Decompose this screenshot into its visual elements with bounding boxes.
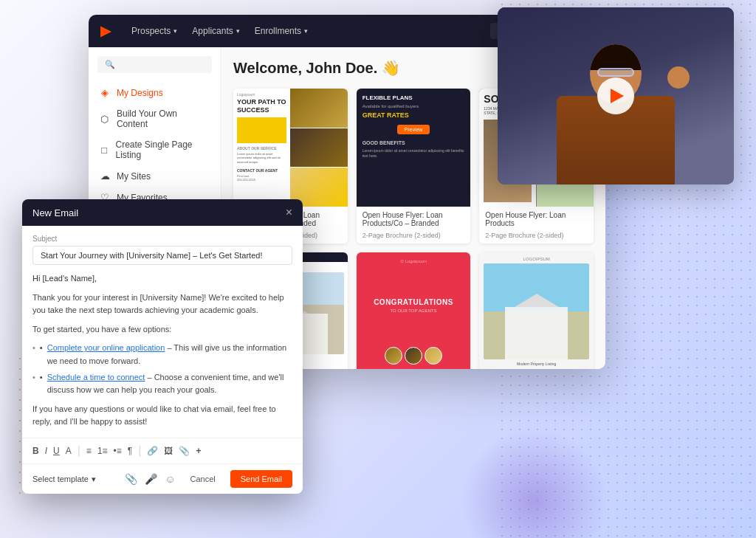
video-panel xyxy=(498,7,734,184)
email-list: • Complete your online application – Thi… xyxy=(32,342,292,396)
tmpl-logo-1: Logoipsum xyxy=(237,92,286,97)
toolbar-italic[interactable]: I xyxy=(45,446,47,456)
sidebar-my-designs-label: My Designs xyxy=(117,88,163,98)
sites-icon: ☁ xyxy=(99,170,111,182)
modern-house-roof xyxy=(515,294,559,307)
toolbar-underline[interactable]: U xyxy=(53,446,60,456)
person-1-circle xyxy=(385,347,402,365)
sidebar-search[interactable]: 🔍 xyxy=(97,56,212,73)
collage-item-2 xyxy=(290,128,347,168)
tmpl-house-text: Modern Property Listing xyxy=(484,362,589,366)
tmpl-great-rates: GREAT RATES xyxy=(362,111,465,119)
email-subject-input[interactable] xyxy=(32,246,292,265)
tmpl-congrats-logo: ⊙ Logoipsum xyxy=(400,258,427,263)
search-icon: 🔍 xyxy=(105,60,115,69)
preview-button[interactable]: Preview xyxy=(397,125,430,134)
tmpl-path-title: YOUR PATH TO SUCCESS xyxy=(237,98,286,114)
chevron-down-icon: ▾ xyxy=(92,475,96,484)
email-toolbar: B I U A | ≡ 1≡ •≡ ¶ | 🔗 🖼 📎 + xyxy=(22,438,303,463)
modern-house-body xyxy=(505,307,568,360)
toolbar-bold[interactable]: B xyxy=(32,446,39,456)
email-para-1: Thank you for your interest in [Universi… xyxy=(32,292,292,317)
play-icon xyxy=(611,89,624,103)
person-3-circle xyxy=(425,347,442,365)
toolbar-color[interactable]: A xyxy=(66,446,72,456)
tmpl-congrats-people xyxy=(385,347,442,365)
sidebar-item-my-designs[interactable]: ◈ My Designs xyxy=(89,82,221,103)
template-card-flexible-plans[interactable]: FLEXIBLE PLANS Available for qualified b… xyxy=(357,89,471,244)
email-para-2: To get started, you have a few options: xyxy=(32,323,292,337)
email-modal-title: New Email xyxy=(32,207,78,218)
sidebar-sites-label: My Sites xyxy=(117,171,151,182)
attachment-icon[interactable]: 📎 xyxy=(125,473,137,485)
email-content: Hi [Lead's Name], Thank you for your int… xyxy=(32,272,292,429)
designs-icon: ◈ xyxy=(99,87,111,98)
email-sign: If you have any questions or would like … xyxy=(32,403,292,429)
template-thumb-6: LOGOIPSUM Modern Property Listing xyxy=(479,252,594,369)
email-modal-body: Subject Hi [Lead's Name], Thank you for … xyxy=(22,226,303,438)
template-thumb-2: FLEXIBLE PLANS Available for qualified b… xyxy=(357,89,471,207)
person-hand xyxy=(667,66,690,89)
tmpl-yellow-block xyxy=(237,117,286,143)
template-thumb-5: ⊙ Logoipsum CONGRATULATIONS TO OUR TOP A… xyxy=(357,252,471,369)
toolbar-sep-1: | xyxy=(78,444,80,458)
mic-icon[interactable]: 🎤 xyxy=(145,473,157,485)
template-label-2: Open House Flyer: Loan Products/Co – Bra… xyxy=(357,207,471,232)
email-subject-label: Subject xyxy=(32,235,292,243)
play-button[interactable] xyxy=(597,77,634,114)
toolbar-attachment[interactable]: 📎 xyxy=(179,446,190,456)
tmpl-good-benefits: GOOD BENEFITS xyxy=(362,140,465,145)
tmpl-flexible-sub: Available for qualified buyers xyxy=(362,104,465,108)
person-hair xyxy=(590,44,642,70)
email-greeting: Hi [Lead's Name], xyxy=(32,272,292,286)
send-email-button[interactable]: Send Email xyxy=(230,470,292,488)
tmpl-congrats-title: CONGRATULATIONS xyxy=(374,297,453,307)
nav-prospects[interactable]: Prospects ▾ xyxy=(131,26,177,36)
email-list-item-2: • Schedule a time to connect – Choose a … xyxy=(32,371,292,397)
template-sub-3: 2-Page Brochure (2-sided) xyxy=(479,232,594,244)
tmpl-contact-body: First Last555-555-5555 xyxy=(237,174,286,182)
sidebar-item-build-content[interactable]: ⬡ Build Your Own Content xyxy=(89,103,221,134)
sidebar-build-label: Build Your Own Content xyxy=(117,108,210,129)
email-modal-header: New Email × xyxy=(22,199,303,226)
toolbar-align[interactable]: ≡ xyxy=(86,446,92,456)
video-background xyxy=(498,7,734,184)
email-close-button[interactable]: × xyxy=(286,207,292,218)
emoji-icon[interactable]: ☺ xyxy=(165,473,175,485)
tmpl-contact: CONTACT OUR AGENT xyxy=(237,168,286,173)
sidebar-item-single-page[interactable]: □ Create Single Page Listing xyxy=(89,134,221,165)
template-sub-2: 2-Page Brochure (2-sided) xyxy=(357,232,471,244)
person-glasses xyxy=(597,68,634,77)
toolbar-list-unordered[interactable]: •≡ xyxy=(114,446,122,456)
chevron-down-icon: ▾ xyxy=(304,27,308,35)
nav-applicants[interactable]: Applicants ▾ xyxy=(192,26,239,36)
toolbar-image[interactable]: 🖼 xyxy=(164,446,173,456)
chevron-down-icon: ▾ xyxy=(236,27,240,35)
build-icon: ⬡ xyxy=(99,114,111,125)
blob-purple xyxy=(461,427,608,538)
tmpl-benefits-text: Lorem ipsum dolor sit amet consectetur a… xyxy=(362,148,465,159)
select-template-label: Select template xyxy=(32,475,89,483)
nav-applicants-label: Applicants xyxy=(192,26,233,36)
toolbar-link[interactable]: 🔗 xyxy=(147,446,158,456)
email-link-1[interactable]: Complete your online application xyxy=(47,343,165,352)
email-link-2[interactable]: Schedule a time to connect xyxy=(47,373,145,382)
nav-enrollments[interactable]: Enrollments ▾ xyxy=(255,26,308,36)
template-card-congratulations[interactable]: ⊙ Logoipsum CONGRATULATIONS TO OUR TOP A… xyxy=(357,252,471,369)
template-card-modern-house[interactable]: LOGOIPSUM Modern Property Listing Open H… xyxy=(479,252,594,369)
toolbar-sep-2: | xyxy=(138,444,141,458)
cancel-button[interactable]: Cancel xyxy=(182,471,222,487)
select-template-button[interactable]: Select template ▾ xyxy=(32,475,96,484)
toolbar-indent[interactable]: ¶ xyxy=(128,446,132,456)
toolbar-more[interactable]: + xyxy=(196,446,201,456)
tmpl-about: ABOUT OUR SERVICE xyxy=(237,146,286,151)
email-modal: New Email × Subject Hi [Lead's Name], Th… xyxy=(22,199,303,494)
tmpl-congrats-sub: TO OUR TOP AGENTS xyxy=(374,308,453,313)
toolbar-list-ordered[interactable]: 1≡ xyxy=(97,446,108,456)
tmpl-body-text: Lorem ipsum dolor sit amet consectetur a… xyxy=(237,152,286,165)
email-list-item-1: • Complete your online application – Thi… xyxy=(32,342,292,368)
sidebar-item-my-sites[interactable]: ☁ My Sites xyxy=(89,165,221,187)
collage-item-1 xyxy=(290,89,347,128)
tmpl-house-logo: LOGOIPSUM xyxy=(484,257,589,261)
sidebar-single-label: Create Single Page Listing xyxy=(115,139,210,160)
